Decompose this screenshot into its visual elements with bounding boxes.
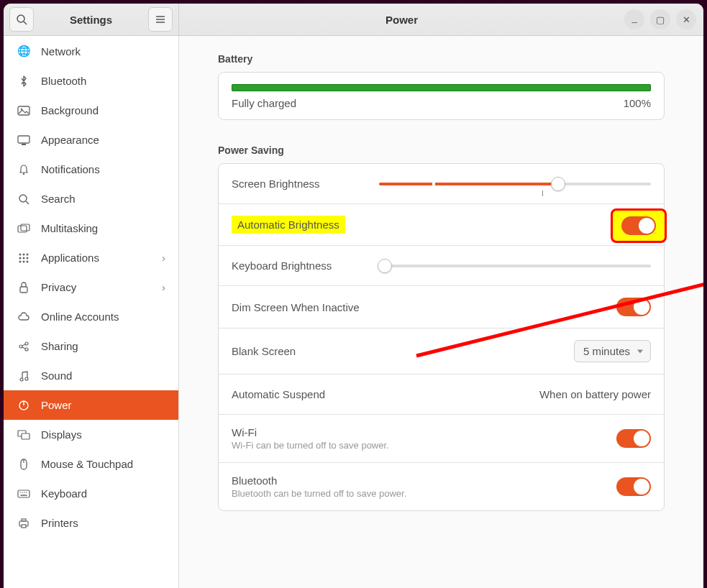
sidebar-title: Settings xyxy=(38,14,144,26)
svg-point-19 xyxy=(27,257,29,259)
sidebar-item-label: Applications xyxy=(41,252,99,264)
row-auto-suspend[interactable]: Automatic Suspend When on battery power xyxy=(219,375,664,415)
row-auto-brightness: Automatic Brightness xyxy=(219,204,664,246)
sidebar-item-search[interactable]: Search xyxy=(4,184,178,213)
svg-point-24 xyxy=(19,345,22,348)
sidebar-item-notifications[interactable]: Notifications xyxy=(4,155,178,184)
close-button[interactable]: ✕ xyxy=(676,9,696,29)
multitasking-icon xyxy=(17,224,31,234)
battery-percent: 100% xyxy=(624,97,651,109)
svg-rect-8 xyxy=(22,144,26,145)
battery-card: Fully charged 100% xyxy=(218,72,665,120)
svg-point-20 xyxy=(19,260,22,262)
svg-line-28 xyxy=(22,347,25,349)
sidebar-item-privacy[interactable]: Privacy› xyxy=(4,272,178,302)
maximize-button[interactable]: ▢ xyxy=(650,9,670,29)
sidebar-item-multitasking[interactable]: Multitasking xyxy=(4,213,178,243)
minimize-button[interactable]: _ xyxy=(624,9,644,29)
sidebar-item-label: Keyboard xyxy=(41,487,87,500)
keyboard-icon xyxy=(17,490,31,498)
music-icon xyxy=(17,370,31,382)
power-saving-card: Screen Brightness Automatic Brightness xyxy=(218,163,665,511)
power-saving-section-label: Power Saving xyxy=(218,144,665,156)
svg-rect-12 xyxy=(18,226,27,232)
svg-rect-13 xyxy=(21,224,29,231)
search-button[interactable] xyxy=(9,7,34,32)
minimize-icon: _ xyxy=(631,12,637,23)
bluetooth-toggle[interactable] xyxy=(616,477,651,496)
sidebar-item-appearance[interactable]: Appearance xyxy=(4,125,178,155)
svg-line-1 xyxy=(24,22,27,24)
sidebar-item-label: Sharing xyxy=(41,340,78,352)
sidebar-item-applications[interactable]: Applications› xyxy=(4,243,178,272)
cloud-icon xyxy=(17,312,31,322)
battery-bar xyxy=(232,84,651,91)
background-icon xyxy=(17,106,31,116)
sidebar-item-label: Online Accounts xyxy=(41,311,119,323)
row-dim-inactive: Dim Screen When Inactive xyxy=(219,286,664,329)
sidebar-item-label: Bluetooth xyxy=(41,75,86,87)
mouse-icon xyxy=(17,459,31,470)
share-icon xyxy=(17,341,31,352)
row-screen-brightness: Screen Brightness xyxy=(219,164,664,204)
sidebar-item-label: Appearance xyxy=(41,134,99,146)
auto-brightness-toggle[interactable] xyxy=(621,216,656,235)
headerbar: Settings Power _ ▢ ✕ xyxy=(4,4,703,36)
svg-point-17 xyxy=(19,257,22,259)
svg-rect-45 xyxy=(22,519,26,521)
sidebar-item-bluetooth[interactable]: Bluetooth xyxy=(4,66,178,96)
dim-inactive-label: Dim Screen When Inactive xyxy=(232,301,360,313)
sidebar-item-online-accounts[interactable]: Online Accounts xyxy=(4,302,178,331)
svg-point-15 xyxy=(23,253,25,255)
sidebar-item-keyboard[interactable]: Keyboard xyxy=(4,479,178,508)
sidebar-item-label: Power xyxy=(41,399,72,411)
sidebar: 🌐Network Bluetooth Background Appearance… xyxy=(4,36,179,588)
sidebar-item-power[interactable]: Power xyxy=(4,390,178,420)
svg-point-0 xyxy=(17,15,24,22)
sidebar-item-network[interactable]: 🌐Network xyxy=(4,36,178,66)
dim-inactive-toggle[interactable] xyxy=(616,298,651,316)
bluetooth-label: Bluetooth xyxy=(232,474,406,487)
wifi-toggle[interactable] xyxy=(616,429,651,448)
sidebar-item-mouse-touchpad[interactable]: Mouse & Touchpad xyxy=(4,449,178,479)
svg-rect-23 xyxy=(20,287,27,293)
search-icon xyxy=(16,14,27,25)
svg-line-11 xyxy=(26,201,29,204)
svg-point-10 xyxy=(19,195,27,202)
sidebar-item-sound[interactable]: Sound xyxy=(4,361,178,390)
screen-brightness-label: Screen Brightness xyxy=(232,178,320,190)
svg-point-14 xyxy=(19,253,22,255)
sidebar-item-label: Search xyxy=(41,193,76,205)
sidebar-item-background[interactable]: Background xyxy=(4,96,178,125)
screen-brightness-slider[interactable] xyxy=(379,178,651,190)
svg-point-9 xyxy=(23,173,24,174)
sidebar-item-label: Mouse & Touchpad xyxy=(41,458,133,470)
bluetooth-sub: Bluetooth can be turned off to save powe… xyxy=(232,488,406,499)
battery-section-label: Battery xyxy=(218,53,665,65)
wifi-sub: Wi-Fi can be turned off to save power. xyxy=(232,440,389,451)
row-bluetooth: Bluetooth Bluetooth can be turned off to… xyxy=(219,463,664,510)
menu-button[interactable] xyxy=(148,7,173,32)
sidebar-item-displays[interactable]: Displays xyxy=(4,420,178,449)
lock-icon xyxy=(17,282,31,293)
sidebar-item-label: Privacy xyxy=(41,281,76,293)
sidebar-item-printers[interactable]: Printers xyxy=(4,508,178,538)
content-area: Battery Fully charged 100% Power Saving … xyxy=(179,36,703,588)
keyboard-brightness-slider[interactable] xyxy=(379,259,651,272)
printer-icon xyxy=(17,518,31,529)
sidebar-item-sharing[interactable]: Sharing xyxy=(4,331,178,361)
sidebar-item-label: Background xyxy=(41,104,99,116)
svg-point-25 xyxy=(25,342,28,345)
svg-point-18 xyxy=(23,257,25,259)
svg-line-27 xyxy=(22,344,25,346)
close-icon: ✕ xyxy=(683,14,690,25)
sidebar-item-label: Sound xyxy=(41,369,72,382)
search-icon xyxy=(17,193,31,205)
svg-rect-46 xyxy=(22,525,26,528)
appearance-icon xyxy=(17,135,31,145)
keyboard-brightness-label: Keyboard Brightness xyxy=(232,259,332,272)
bell-icon xyxy=(17,164,31,175)
sidebar-item-label: Notifications xyxy=(41,163,100,175)
blank-screen-dropdown[interactable]: 5 minutes xyxy=(574,340,651,362)
sidebar-item-label: Printers xyxy=(41,517,78,529)
